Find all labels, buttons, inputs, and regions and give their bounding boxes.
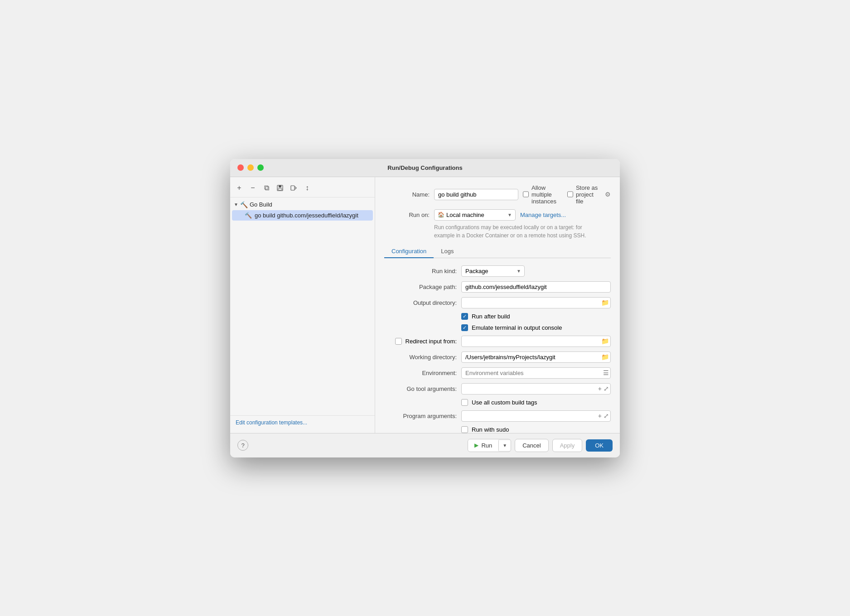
run-button[interactable]: ▶ Run [468, 439, 498, 452]
remove-config-button[interactable]: − [247, 183, 258, 193]
program-arguments-wrapper: + ⤢ [461, 410, 611, 422]
package-path-input[interactable] [461, 281, 611, 293]
go-build-item-label: go build github.com/jesseduffield/lazygi… [255, 212, 358, 219]
output-directory-input[interactable] [461, 297, 611, 308]
hint-text: Run configurations may be executed local… [434, 223, 611, 240]
go-build-item[interactable]: 🔨 go build github.com/jesseduffield/lazy… [232, 210, 373, 221]
go-build-group[interactable]: ▼ 🔨 Go Build [230, 199, 375, 210]
allow-multiple-label[interactable]: Allow multiple instances [523, 184, 563, 205]
program-args-expand-button[interactable]: ⤢ [604, 412, 609, 419]
environment-label: Environment: [384, 370, 457, 376]
manage-targets-link[interactable]: Manage targets... [520, 212, 566, 218]
run-after-build-checkmark: ✓ [463, 314, 467, 319]
store-as-project-checkbox[interactable] [567, 191, 573, 197]
ok-button[interactable]: OK [586, 439, 613, 452]
program-arguments-input[interactable] [461, 410, 611, 422]
sort-config-button[interactable]: ↕ [302, 183, 313, 193]
redirect-input-label: Redirect input from: [406, 338, 457, 345]
apply-button[interactable]: Apply [552, 439, 583, 452]
go-args-expand-button[interactable]: ⤢ [604, 385, 609, 392]
run-kind-label: Run kind: [384, 268, 457, 274]
run-button-group: ▶ Run ▼ [468, 439, 511, 452]
allow-multiple-checkbox[interactable] [523, 191, 529, 197]
run-after-build-row: ✓ Run after build [461, 313, 611, 320]
program-arguments-label: Program arguments: [384, 413, 457, 419]
dialog-title: Run/Debug Configurations [387, 164, 462, 171]
move-config-button[interactable] [288, 183, 299, 193]
environment-wrapper: ☰ [461, 367, 611, 379]
title-bar: Run/Debug Configurations [230, 159, 620, 177]
custom-tags-checkbox[interactable] [461, 399, 468, 406]
svg-rect-1 [279, 185, 281, 188]
copy-config-button[interactable]: ⧉ [261, 183, 272, 193]
name-input[interactable] [434, 189, 518, 200]
environment-input[interactable] [461, 367, 611, 379]
minimize-button[interactable] [247, 164, 254, 171]
main-content: + − ⧉ ↕ [230, 177, 620, 433]
go-args-add-button[interactable]: + [598, 385, 602, 392]
run-with-sudo-checkbox[interactable] [461, 426, 468, 433]
svg-rect-2 [278, 188, 282, 190]
working-directory-row: Working directory: 📁 [384, 351, 611, 363]
output-directory-browse-button[interactable]: 📁 [601, 299, 609, 306]
output-directory-row: Output directory: 📁 [384, 297, 611, 308]
store-as-project-label[interactable]: Store as project file [567, 184, 600, 205]
run-kind-row: Run kind: Package ▼ [384, 265, 611, 277]
cancel-button[interactable]: Cancel [515, 439, 548, 452]
help-button[interactable]: ? [237, 440, 248, 451]
output-directory-label: Output directory: [384, 299, 457, 306]
config-section: Run kind: Package ▼ Package path: Outpu [384, 265, 611, 433]
close-button[interactable] [237, 164, 244, 171]
run-button-label: Run [481, 442, 492, 449]
traffic-lights [237, 164, 264, 171]
go-build-label: Go Build [250, 201, 272, 208]
working-directory-input[interactable] [461, 351, 611, 363]
right-panel: Name: Allow multiple instances Store as … [375, 177, 620, 433]
emulate-terminal-checkmark: ✓ [463, 325, 467, 330]
sidebar-tree: ▼ 🔨 Go Build 🔨 go build github.com/jesse… [230, 199, 375, 415]
go-tool-arguments-label: Go tool arguments: [384, 385, 457, 392]
run-on-select[interactable]: Local machine [434, 209, 516, 221]
go-args-buttons: + ⤢ [598, 385, 609, 392]
group-chevron: ▼ [234, 202, 238, 207]
environment-row: Environment: ☰ [384, 367, 611, 379]
package-path-label: Package path: [384, 284, 457, 290]
run-debug-dialog: Run/Debug Configurations + − ⧉ [230, 159, 620, 457]
run-after-build-checkbox[interactable]: ✓ [461, 313, 468, 320]
bottom-bar: ? ▶ Run ▼ Cancel Apply OK [230, 433, 620, 457]
program-arguments-row: Program arguments: + ⤢ [384, 410, 611, 422]
sidebar: + − ⧉ ↕ [230, 177, 375, 433]
working-directory-browse-button[interactable]: 📁 [601, 353, 609, 361]
run-on-select-wrapper: 🏠 Local machine ▼ [434, 209, 516, 221]
emulate-terminal-checkbox[interactable]: ✓ [461, 324, 468, 331]
edit-templates-link[interactable]: Edit configuration templates... [230, 415, 375, 429]
run-kind-select[interactable]: Package [461, 265, 525, 277]
go-build-item-icon: 🔨 [245, 212, 252, 219]
output-directory-wrapper: 📁 [461, 297, 611, 308]
sidebar-toolbar: + − ⧉ ↕ [230, 181, 375, 197]
redirect-input-row: Redirect input from: 📁 [384, 336, 611, 347]
go-tool-arguments-input[interactable] [461, 383, 611, 395]
save-config-button[interactable] [275, 183, 285, 193]
gear-icon[interactable]: ⚙ [605, 191, 611, 198]
svg-rect-3 [291, 186, 295, 190]
run-play-icon: ▶ [474, 442, 478, 448]
program-args-add-button[interactable]: + [598, 412, 602, 419]
run-dropdown-button[interactable]: ▼ [498, 440, 511, 451]
add-config-button[interactable]: + [234, 183, 245, 193]
redirect-browse-button[interactable]: 📁 [601, 337, 609, 345]
custom-tags-row: Use all custom build tags [461, 399, 611, 406]
redirect-input-field[interactable] [461, 336, 611, 347]
tabs: Configuration Logs [384, 245, 611, 258]
environment-edit-button[interactable]: ☰ [603, 369, 609, 376]
go-tool-arguments-row: Go tool arguments: + ⤢ [384, 383, 611, 395]
maximize-button[interactable] [257, 164, 264, 171]
custom-tags-label: Use all custom build tags [472, 399, 537, 406]
tab-configuration[interactable]: Configuration [384, 245, 434, 258]
emulate-terminal-row: ✓ Emulate terminal in output console [461, 324, 611, 331]
go-tool-arguments-wrapper: + ⤢ [461, 383, 611, 395]
tab-logs[interactable]: Logs [434, 245, 461, 258]
working-directory-label: Working directory: [384, 354, 457, 361]
name-row: Name: Allow multiple instances Store as … [384, 184, 611, 205]
redirect-input-checkbox[interactable] [395, 338, 402, 345]
